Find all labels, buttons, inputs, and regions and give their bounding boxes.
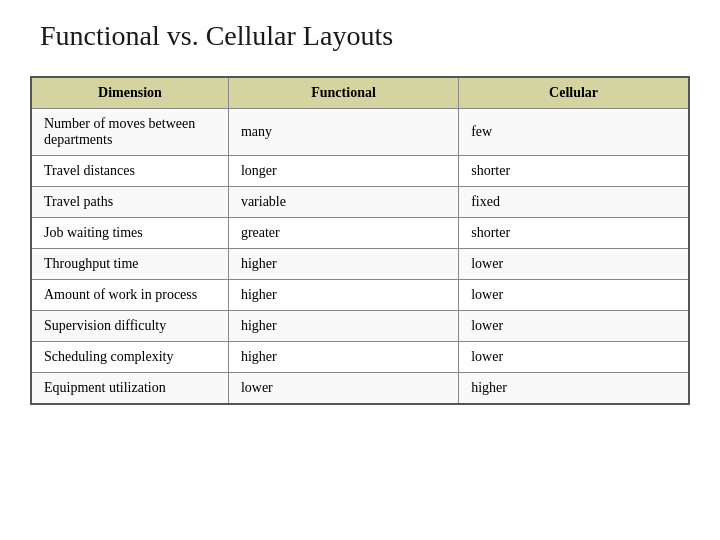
cell-functional: higher xyxy=(228,311,458,342)
header-cellular: Cellular xyxy=(459,77,689,109)
table-row: Amount of work in processhigherlower xyxy=(31,280,689,311)
cell-cellular: lower xyxy=(459,249,689,280)
table-row: Job waiting timesgreatershorter xyxy=(31,218,689,249)
cell-cellular: shorter xyxy=(459,156,689,187)
table-row: Number of moves between departmentsmanyf… xyxy=(31,109,689,156)
cell-cellular: higher xyxy=(459,373,689,405)
cell-dimension: Travel paths xyxy=(31,187,228,218)
header-dimension: Dimension xyxy=(31,77,228,109)
header-functional: Functional xyxy=(228,77,458,109)
cell-cellular: lower xyxy=(459,311,689,342)
cell-dimension: Amount of work in process xyxy=(31,280,228,311)
page-title: Functional vs. Cellular Layouts xyxy=(30,20,393,52)
table-row: Equipment utilizationlowerhigher xyxy=(31,373,689,405)
cell-dimension: Supervision difficulty xyxy=(31,311,228,342)
cell-functional: variable xyxy=(228,187,458,218)
cell-cellular: fixed xyxy=(459,187,689,218)
cell-functional: higher xyxy=(228,249,458,280)
cell-dimension: Travel distances xyxy=(31,156,228,187)
table-row: Travel pathsvariablefixed xyxy=(31,187,689,218)
cell-functional: greater xyxy=(228,218,458,249)
cell-dimension: Equipment utilization xyxy=(31,373,228,405)
cell-cellular: shorter xyxy=(459,218,689,249)
table-row: Supervision difficultyhigherlower xyxy=(31,311,689,342)
cell-functional: higher xyxy=(228,342,458,373)
cell-functional: lower xyxy=(228,373,458,405)
cell-cellular: few xyxy=(459,109,689,156)
table-row: Throughput timehigherlower xyxy=(31,249,689,280)
cell-functional: longer xyxy=(228,156,458,187)
cell-functional: many xyxy=(228,109,458,156)
cell-dimension: Throughput time xyxy=(31,249,228,280)
cell-dimension: Scheduling complexity xyxy=(31,342,228,373)
table-row: Travel distanceslongershorter xyxy=(31,156,689,187)
cell-dimension: Number of moves between departments xyxy=(31,109,228,156)
comparison-table: Dimension Functional Cellular Number of … xyxy=(30,76,690,405)
table-row: Scheduling complexityhigherlower xyxy=(31,342,689,373)
cell-cellular: lower xyxy=(459,342,689,373)
cell-cellular: lower xyxy=(459,280,689,311)
cell-dimension: Job waiting times xyxy=(31,218,228,249)
cell-functional: higher xyxy=(228,280,458,311)
